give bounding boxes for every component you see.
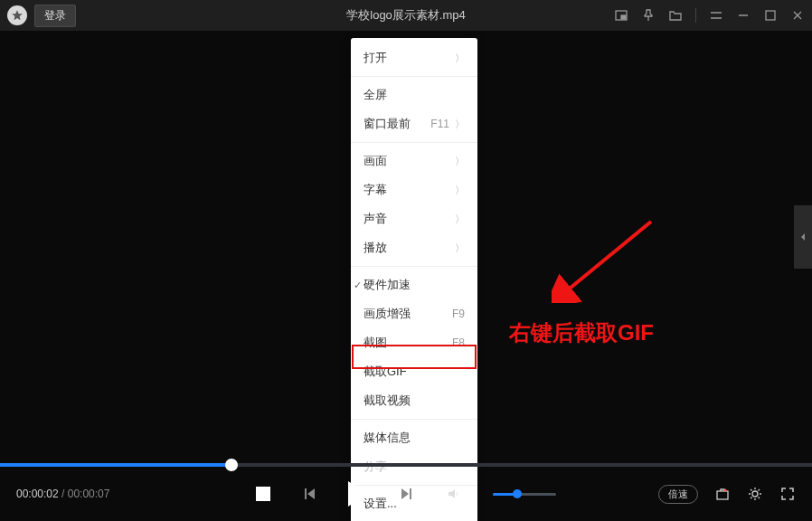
login-button[interactable]: 登录	[34, 5, 76, 27]
menu-enhance[interactable]: 画质增强F9	[351, 299, 477, 328]
prev-button[interactable]	[301, 486, 317, 502]
folder-icon[interactable]	[668, 8, 683, 23]
menu-label: 画质增强	[364, 306, 411, 322]
right-controls: 倍速	[658, 485, 796, 504]
close-icon[interactable]	[790, 8, 805, 23]
toolbox-icon[interactable]	[714, 486, 731, 502]
menu-screenshot[interactable]: 截图F8	[351, 328, 477, 357]
window-title: 学校logo展示素材.mp4	[346, 7, 465, 24]
menu-fullscreen[interactable]: 全屏	[351, 81, 477, 109]
svg-rect-3	[766, 11, 775, 20]
separator	[695, 8, 696, 23]
time-duration: 00:00:07	[68, 488, 110, 500]
menu-icon[interactable]	[709, 8, 723, 23]
menu-label: 硬件加速	[364, 277, 411, 293]
menu-label: 截取GIF	[364, 364, 407, 380]
menu-label: 打开	[364, 50, 387, 66]
menu-label: 字幕	[364, 182, 387, 198]
controls-bar: 00:00:02 / 00:00:07 倍速	[0, 467, 812, 521]
menu-label: 声音	[364, 211, 387, 227]
center-controls	[256, 481, 556, 507]
menu-label: 截图	[364, 335, 387, 351]
menu-audio[interactable]: 声音〉	[351, 204, 477, 233]
menu-separator	[351, 419, 477, 420]
menu-capture-video[interactable]: 截取视频	[351, 386, 477, 415]
shortcut-label: F8	[452, 336, 465, 349]
menu-capture-gif[interactable]: 截取GIF	[351, 357, 477, 386]
menu-hw-accel[interactable]: 硬件加速	[351, 270, 477, 299]
menu-open[interactable]: 打开〉	[351, 43, 477, 72]
stop-button[interactable]	[256, 487, 270, 501]
chevron-right-icon: 〉	[455, 118, 465, 131]
menu-label: 全屏	[364, 87, 387, 103]
chevron-right-icon: 〉	[455, 184, 465, 197]
svg-rect-1	[621, 15, 626, 19]
menu-separator	[351, 266, 477, 267]
time-display: 00:00:02 / 00:00:07	[16, 488, 109, 500]
shortcut-label: F11	[430, 118, 449, 130]
menu-playback[interactable]: 播放〉	[351, 233, 477, 262]
volume-icon[interactable]	[446, 486, 462, 502]
chevron-right-icon: 〉	[455, 242, 465, 255]
menu-media-info[interactable]: 媒体信息	[351, 423, 477, 452]
menu-picture[interactable]: 画面〉	[351, 147, 477, 175]
menu-label: 窗口最前	[364, 116, 411, 132]
play-button[interactable]	[348, 481, 368, 507]
svg-point-9	[752, 491, 758, 497]
svg-rect-7	[717, 491, 728, 499]
titlebar: 登录 学校logo展示素材.mp4	[0, 0, 812, 31]
menu-label: 媒体信息	[364, 430, 411, 446]
menu-separator	[351, 76, 477, 77]
speed-button[interactable]: 倍速	[658, 485, 698, 504]
app-logo-icon	[7, 5, 27, 25]
menu-label: 截取视频	[364, 393, 411, 409]
maximize-icon[interactable]	[763, 8, 778, 23]
settings-icon[interactable]	[747, 486, 763, 502]
menu-separator	[351, 142, 477, 143]
menu-always-on-top[interactable]: 窗口最前F11〉	[351, 109, 477, 138]
menu-subtitle[interactable]: 字幕〉	[351, 175, 477, 204]
fullscreen-icon[interactable]	[779, 486, 796, 502]
annotation-text: 右键后截取GIF	[509, 318, 654, 347]
chevron-right-icon: 〉	[455, 52, 465, 65]
volume-fill	[493, 493, 518, 496]
volume-handle[interactable]	[513, 489, 522, 498]
menu-label: 播放	[364, 240, 387, 256]
menu-label: 画面	[364, 153, 387, 169]
context-menu: 打开〉 全屏 窗口最前F11〉 画面〉 字幕〉 声音〉 播放〉 硬件加速 画质增…	[351, 38, 477, 521]
chevron-right-icon: 〉	[455, 213, 465, 226]
next-button[interactable]	[399, 486, 415, 502]
shortcut-label: F9	[452, 308, 465, 320]
svg-point-8	[724, 489, 727, 492]
volume-slider[interactable]	[493, 493, 556, 496]
titlebar-right-controls	[614, 8, 805, 23]
pin-icon[interactable]	[641, 8, 656, 23]
playlist-tab[interactable]	[794, 205, 812, 269]
mini-player-icon[interactable]	[614, 8, 628, 23]
minimize-icon[interactable]	[736, 8, 751, 23]
time-current: 00:00:02	[16, 488, 59, 500]
chevron-right-icon: 〉	[455, 155, 465, 168]
